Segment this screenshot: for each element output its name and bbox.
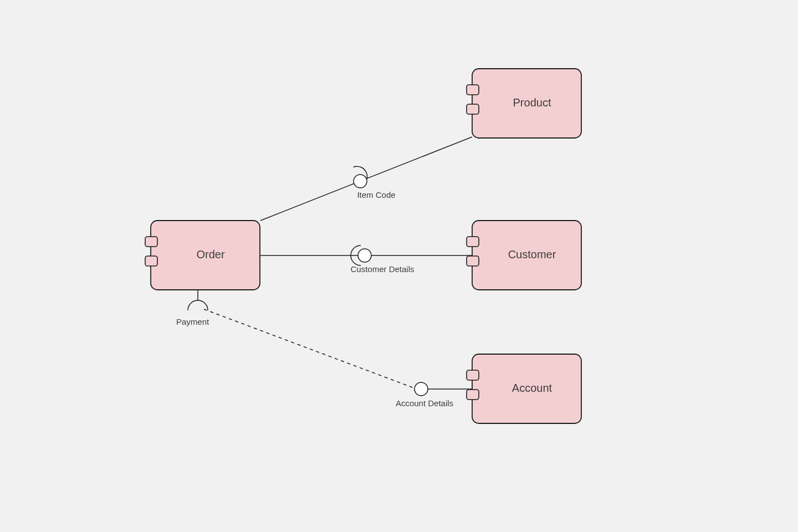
component-label-account: Account — [512, 382, 553, 394]
svg-point-7 — [415, 382, 428, 396]
svg-point-1 — [354, 175, 367, 188]
interface-label-customer-details: Customer Details — [350, 264, 414, 274]
interface-label-item-code: Item Code — [357, 190, 395, 200]
component-product: Product — [467, 69, 581, 138]
component-port-icon — [467, 104, 479, 114]
component-account: Account — [467, 354, 581, 423]
interface-label-account-details: Account Details — [396, 398, 453, 408]
svg-line-5 — [204, 309, 417, 389]
svg-point-3 — [358, 249, 371, 262]
component-port-icon — [467, 237, 479, 247]
connector-order-account: Account Details — [204, 309, 473, 408]
component-label-product: Product — [513, 96, 551, 109]
component-label-order: Order — [196, 248, 224, 260]
component-port-icon — [467, 370, 479, 380]
component-label-customer: Customer — [508, 248, 556, 260]
component-port-icon — [145, 237, 157, 247]
connector-order-customer: Customer Details — [260, 245, 473, 274]
interface-label-payment: Payment — [176, 317, 209, 326]
component-port-icon — [467, 390, 479, 400]
component-diagram: Item Code Customer Details Payment Accou… — [0, 0, 798, 532]
component-port-icon — [467, 85, 479, 95]
component-order: Order — [145, 221, 260, 290]
component-customer: Customer — [467, 221, 581, 290]
connector-order-product: Item Code — [260, 137, 472, 221]
interface-payment: Payment — [176, 290, 209, 326]
component-port-icon — [145, 256, 157, 266]
component-port-icon — [467, 256, 479, 266]
